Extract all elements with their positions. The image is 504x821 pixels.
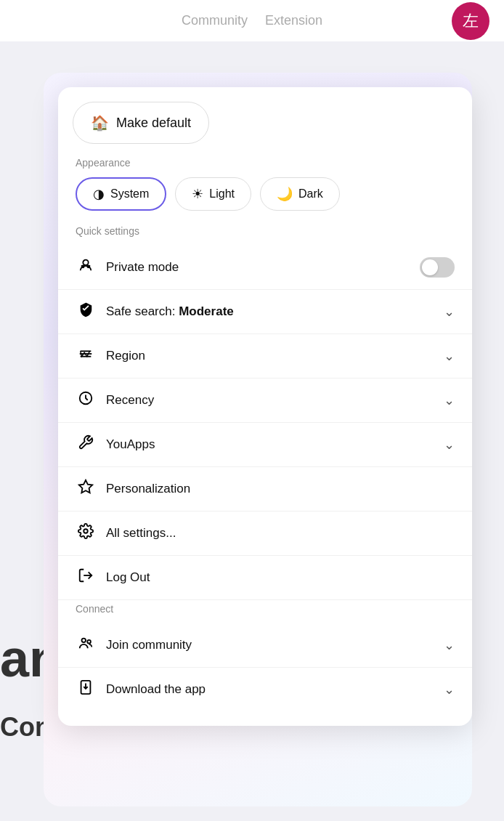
theme-light-button[interactable]: ☀ Light — [175, 177, 251, 211]
youapps-label: YouApps — [106, 437, 434, 452]
personalization-label: Personalization — [106, 482, 455, 496]
youapps-icon — [76, 434, 96, 455]
private-mode-label: Private mode — [106, 260, 410, 275]
svg-point-13 — [87, 640, 91, 644]
recency-icon — [76, 390, 96, 410]
safe-search-row[interactable]: Safe search: Moderate ⌄ — [58, 290, 472, 334]
download-app-icon — [76, 679, 96, 700]
logout-label: Log Out — [106, 570, 455, 585]
theme-system-button[interactable]: ◑ System — [76, 177, 166, 211]
recency-label: Recency — [106, 393, 434, 408]
logout-row[interactable]: Log Out — [58, 556, 472, 600]
system-label: System — [110, 187, 149, 201]
make-default-button[interactable]: 🏠 Make default — [73, 102, 209, 144]
nav-extension[interactable]: Extension — [265, 13, 322, 28]
home-icon: 🏠 — [91, 114, 109, 132]
system-icon: ◑ — [93, 186, 105, 202]
svg-point-12 — [82, 639, 86, 643]
region-row[interactable]: Region ⌄ — [58, 334, 472, 379]
region-chevron: ⌄ — [444, 348, 455, 364]
download-app-row[interactable]: Download the app ⌄ — [58, 668, 472, 711]
safe-search-chevron: ⌄ — [444, 304, 455, 320]
download-app-chevron: ⌄ — [444, 682, 455, 697]
youapps-chevron: ⌄ — [444, 437, 455, 453]
safe-search-label: Safe search: Moderate — [106, 304, 434, 319]
join-community-icon — [76, 635, 96, 655]
all-settings-icon — [76, 523, 96, 543]
connect-label: Connect — [58, 603, 472, 615]
private-mode-row[interactable]: Private mode — [58, 246, 472, 290]
toggle-knob — [422, 259, 438, 275]
recency-chevron: ⌄ — [444, 392, 455, 408]
personalization-icon — [76, 479, 96, 499]
quick-settings-label: Quick settings — [58, 225, 472, 237]
all-settings-label: All settings... — [106, 526, 455, 541]
join-community-row[interactable]: Join community ⌄ — [58, 623, 472, 668]
youapps-row[interactable]: YouApps ⌄ — [58, 423, 472, 467]
join-community-chevron: ⌄ — [444, 637, 455, 653]
region-label: Region — [106, 349, 434, 363]
safe-search-icon — [76, 302, 96, 322]
nav-community[interactable]: Community — [182, 13, 248, 28]
appearance-row: ◑ System ☀ Light 🌙 Dark — [58, 177, 472, 211]
dark-label: Dark — [298, 187, 323, 201]
appearance-label: Appearance — [58, 157, 472, 169]
logout-icon — [76, 567, 96, 588]
sun-icon: ☀ — [192, 186, 203, 202]
light-label: Light — [209, 187, 235, 201]
svg-point-10 — [84, 529, 88, 533]
all-settings-row[interactable]: All settings... — [58, 511, 472, 556]
avatar-button[interactable]: 左 — [452, 2, 489, 40]
moon-icon: 🌙 — [277, 186, 293, 202]
svg-rect-3 — [81, 265, 91, 267]
theme-dark-button[interactable]: 🌙 Dark — [260, 177, 340, 211]
private-mode-toggle[interactable] — [420, 257, 455, 278]
join-community-label: Join community — [106, 638, 434, 652]
top-nav: Community Extension 左 — [0, 0, 504, 41]
make-default-label: Make default — [116, 116, 191, 131]
svg-point-0 — [83, 260, 88, 265]
download-app-label: Download the app — [106, 682, 434, 697]
svg-marker-9 — [79, 480, 92, 493]
settings-panel: 🏠 Make default Appearance ◑ System ☀ Lig… — [58, 87, 472, 726]
personalization-row[interactable]: Personalization — [58, 467, 472, 511]
private-mode-icon — [76, 257, 96, 278]
recency-row[interactable]: Recency ⌄ — [58, 379, 472, 423]
region-icon — [76, 346, 96, 366]
